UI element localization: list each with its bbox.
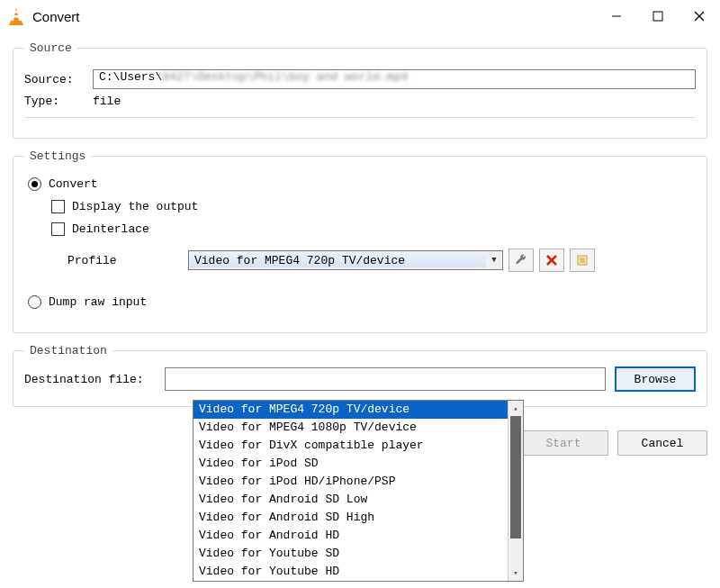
- profile-combobox[interactable]: Video for MPEG4 720p TV/device ▼: [188, 250, 503, 270]
- radio-icon: [28, 177, 41, 191]
- scroll-down-icon[interactable]: ▾: [508, 565, 523, 581]
- destination-file-label: Destination file:: [24, 373, 165, 386]
- destination-file-input[interactable]: [165, 367, 606, 391]
- profile-option[interactable]: Video for Android SD Low: [194, 491, 508, 509]
- source-value-blurred: 0427\Desktop\Phil\boy and world.mp4: [162, 70, 408, 84]
- x-icon: [546, 255, 557, 266]
- deinterlace-label: Deinterlace: [72, 222, 149, 236]
- cancel-button[interactable]: Cancel: [617, 430, 707, 456]
- profile-dropdown-list[interactable]: Video for MPEG4 720p TV/deviceVideo for …: [193, 400, 524, 582]
- profile-label: Profile: [48, 254, 188, 267]
- chevron-down-icon: ▼: [486, 256, 502, 265]
- settings-group: Settings Convert Display the output Dein…: [13, 149, 707, 333]
- profile-selected-text: Video for MPEG4 720p TV/device: [189, 254, 486, 267]
- source-group: Source Source: C:\Users\0427\Desktop\Phi…: [13, 41, 707, 139]
- convert-radio[interactable]: Convert: [28, 177, 696, 191]
- scroll-thumb[interactable]: [510, 416, 521, 538]
- window-title: Convert: [32, 9, 596, 24]
- profile-option[interactable]: Video for Youtube HD: [194, 563, 508, 581]
- display-output-checkbox[interactable]: Display the output: [51, 200, 696, 213]
- radio-icon: [28, 295, 41, 309]
- scroll-up-icon[interactable]: ▴: [508, 401, 523, 416]
- source-label: Source:: [24, 73, 93, 86]
- titlebar: Convert: [0, 0, 720, 32]
- delete-profile-button[interactable]: [539, 249, 564, 272]
- dump-raw-label: Dump raw input: [49, 295, 147, 309]
- convert-label: Convert: [49, 177, 98, 191]
- profile-option[interactable]: Video for MPEG4 720p TV/device: [194, 401, 508, 419]
- source-value-clear: C:\Users\: [99, 70, 162, 84]
- checkbox-icon: [51, 200, 65, 213]
- browse-button[interactable]: Browse: [615, 366, 696, 392]
- minimize-button[interactable]: [596, 2, 637, 31]
- profile-option[interactable]: Video for Android SD High: [194, 509, 508, 527]
- source-legend: Source: [24, 41, 77, 55]
- deinterlace-checkbox[interactable]: Deinterlace: [51, 222, 696, 236]
- svg-rect-5: [653, 12, 662, 21]
- profile-option[interactable]: Video for Android HD: [194, 527, 508, 545]
- dump-raw-radio[interactable]: Dump raw input: [28, 295, 696, 309]
- close-button[interactable]: [679, 2, 720, 31]
- type-label: Type:: [24, 95, 93, 108]
- checkbox-icon: [51, 222, 65, 236]
- display-output-label: Display the output: [72, 200, 198, 213]
- profile-option[interactable]: Video for DivX compatible player: [194, 437, 508, 455]
- type-value: file: [93, 95, 121, 108]
- profile-option[interactable]: Video for iPod SD: [194, 455, 508, 473]
- profile-option[interactable]: Video for MPEG4 1080p TV/device: [194, 419, 508, 437]
- maximize-button[interactable]: [637, 2, 679, 31]
- svg-rect-1: [14, 11, 18, 14]
- profile-option[interactable]: Video for iPod HD/iPhone/PSP: [194, 473, 508, 491]
- source-input[interactable]: C:\Users\0427\Desktop\Phil\boy and world…: [93, 69, 696, 89]
- new-profile-icon: [576, 254, 589, 267]
- svg-marker-3: [9, 21, 23, 25]
- profile-option[interactable]: Video for Youtube SD: [194, 545, 508, 563]
- svg-marker-0: [14, 7, 19, 21]
- start-button[interactable]: Start: [518, 430, 608, 456]
- wrench-icon: [515, 254, 527, 267]
- new-profile-button[interactable]: [570, 249, 595, 272]
- edit-profile-button[interactable]: [508, 249, 534, 272]
- destination-legend: Destination: [24, 344, 112, 357]
- vlc-cone-icon: [5, 5, 27, 27]
- svg-rect-2: [14, 15, 19, 18]
- settings-legend: Settings: [24, 149, 91, 163]
- dropdown-scrollbar[interactable]: ▴ ▾: [508, 401, 523, 581]
- destination-group: Destination Destination file: Browse: [13, 344, 707, 407]
